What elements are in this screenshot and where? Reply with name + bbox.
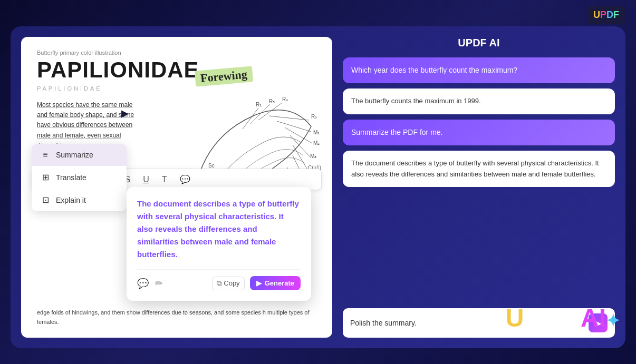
updf-ai-watermark: UPDF AI✦ — [506, 303, 620, 332]
svg-line-18 — [293, 145, 307, 169]
summarize-label: Summarize — [56, 151, 93, 159]
explain-icon: ⊡ — [40, 195, 51, 205]
watermark-u: U — [506, 304, 524, 332]
underline-button[interactable]: U — [141, 174, 151, 185]
ai-panel: UPDF AI Which year does the butterfly co… — [343, 37, 615, 338]
explain-label: Explain it — [56, 196, 86, 204]
edit-icon[interactable]: ✏ — [155, 278, 163, 289]
svg-text:M₃: M₃ — [310, 153, 316, 159]
summary-popup-footer: 💬 ✏ ⧉ Copy ▶ Generate — [137, 269, 301, 290]
ai-message-1: The butterfly counts the maximum in 1999… — [343, 88, 615, 114]
watermark-ai: AI — [581, 304, 606, 332]
user-message-2-text: Summarize the PDF for me. — [351, 128, 443, 136]
copy-button[interactable]: ⧉ Copy — [212, 277, 244, 290]
context-menu: ≡ Summarize ⊞ Translate ⊡ Explain it — [32, 144, 127, 211]
text-button[interactable]: T — [160, 174, 169, 185]
ai-message-2: The document describes a type of butterf… — [343, 151, 615, 188]
generate-button[interactable]: ▶ Generate — [250, 276, 301, 290]
svg-line-17 — [290, 135, 310, 157]
svg-line-15 — [277, 121, 311, 132]
svg-line-13 — [258, 103, 282, 120]
summary-popup-text: The document describes a type of butterf… — [137, 198, 301, 261]
generate-icon: ▶ — [256, 279, 262, 287]
svg-text:R₃: R₃ — [269, 99, 275, 104]
cursor-arrow: ▶ — [121, 107, 129, 119]
logo-f: F — [613, 9, 619, 21]
pdf-bottom-text: edge folds of hindwings, and them show d… — [37, 308, 316, 327]
svg-text:M₁: M₁ — [313, 130, 320, 135]
copy-icon: ⧉ — [217, 279, 221, 288]
user-message-1: Which year does the butterfly count the … — [343, 57, 615, 83]
ai-message-1-text: The butterfly counts the maximum in 1999… — [351, 97, 481, 105]
user-message-1-text: Which year does the butterfly count the … — [351, 66, 517, 74]
main-container: Butterfly primary color illustration PAP… — [11, 26, 625, 348]
menu-item-explain[interactable]: ⊡ Explain it — [32, 189, 127, 211]
user-message-2: Summarize the PDF for me. — [343, 120, 615, 145]
copy-label: Copy — [224, 279, 239, 287]
summary-popup: The document describes a type of butterf… — [127, 187, 311, 301]
svg-text:Sc: Sc — [208, 163, 215, 169]
svg-text:R₅: R₅ — [311, 114, 317, 120]
forewing-label: Forewing — [195, 66, 253, 86]
popup-footer-icons: 💬 ✏ — [137, 278, 163, 289]
updf-logo-top: U P D F — [587, 6, 625, 24]
logo-d: D — [606, 9, 613, 21]
menu-item-summarize[interactable]: ≡ Summarize — [32, 144, 127, 166]
chat-container: Which year does the butterfly count the … — [343, 57, 615, 302]
generate-label: Generate — [265, 279, 294, 287]
comment-button[interactable]: 💬 — [178, 173, 192, 185]
pdf-panel: Butterfly primary color illustration PAP… — [21, 37, 332, 338]
ai-message-2-text: The document describes a type of butterf… — [351, 159, 599, 178]
popup-footer-actions: ⧉ Copy ▶ Generate — [212, 276, 301, 290]
translate-label: Translate — [56, 173, 86, 182]
ai-panel-title: UPDF AI — [458, 37, 499, 49]
chat-icon[interactable]: 💬 — [137, 278, 149, 289]
logo-p: P — [600, 9, 606, 21]
svg-text:R₄: R₄ — [282, 96, 288, 102]
pdf-subtitle: Butterfly primary color illustration — [37, 50, 316, 56]
translate-icon: ⊞ — [40, 172, 51, 182]
svg-text:M₂: M₂ — [313, 140, 320, 146]
watermark-sparkle: ✦ — [606, 311, 620, 330]
menu-item-translate[interactable]: ⊞ Translate — [32, 166, 127, 189]
svg-text:R₁: R₁ — [256, 102, 262, 107]
logo-u: U — [593, 9, 600, 21]
updf-ai-brand-text: UPDF AI✦ — [506, 303, 620, 332]
summarize-icon: ≡ — [40, 150, 51, 160]
watermark-p: PDF — [524, 304, 581, 332]
